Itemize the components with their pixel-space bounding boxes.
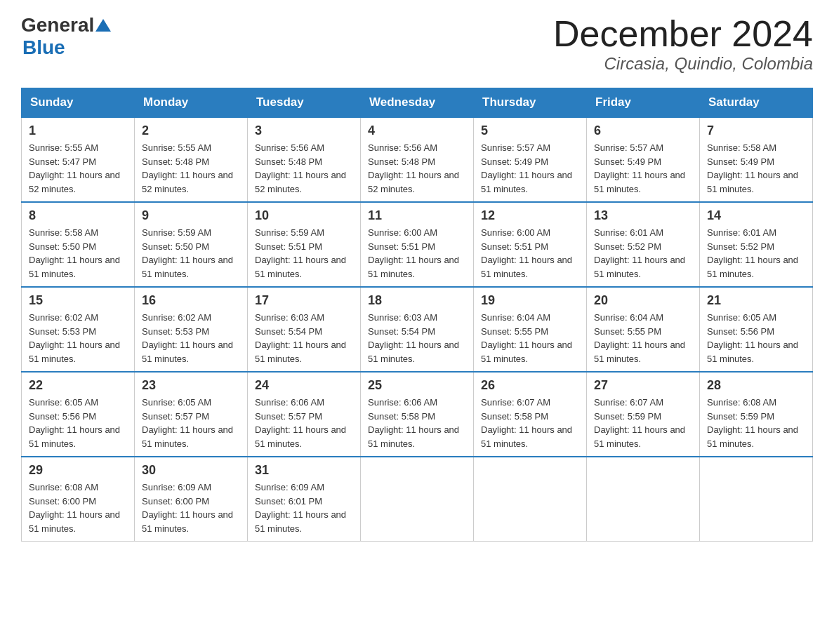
col-header-sunday: Sunday bbox=[22, 88, 135, 118]
daylight-label: Daylight: 11 hours and 52 minutes. bbox=[142, 170, 233, 194]
sunrise-label: Sunrise: 6:01 AM bbox=[594, 227, 663, 238]
sunrise-label: Sunrise: 5:57 AM bbox=[481, 142, 550, 153]
daylight-label: Daylight: 11 hours and 51 minutes. bbox=[481, 424, 572, 449]
col-header-wednesday: Wednesday bbox=[361, 88, 474, 118]
day-number: 24 bbox=[255, 378, 353, 393]
calendar-cell: 3 Sunrise: 5:56 AM Sunset: 5:48 PM Dayli… bbox=[248, 117, 361, 202]
day-number: 14 bbox=[707, 208, 805, 223]
daylight-label: Daylight: 11 hours and 51 minutes. bbox=[255, 509, 346, 534]
sunrise-label: Sunrise: 6:02 AM bbox=[29, 312, 98, 323]
sunrise-label: Sunrise: 6:08 AM bbox=[29, 482, 98, 492]
sunrise-label: Sunrise: 6:07 AM bbox=[594, 397, 663, 408]
daylight-label: Daylight: 11 hours and 51 minutes. bbox=[594, 424, 685, 449]
sunset-label: Sunset: 5:49 PM bbox=[707, 156, 774, 167]
svg-marker-0 bbox=[95, 19, 111, 32]
sunset-label: Sunset: 5:51 PM bbox=[368, 241, 435, 252]
sunrise-label: Sunrise: 6:05 AM bbox=[142, 397, 211, 408]
calendar-table: Sunday Monday Tuesday Wednesday Thursday… bbox=[21, 88, 813, 542]
day-number: 4 bbox=[368, 123, 466, 138]
sunset-label: Sunset: 5:53 PM bbox=[142, 326, 209, 337]
calendar-week-3: 15 Sunrise: 6:02 AM Sunset: 5:53 PM Dayl… bbox=[22, 287, 813, 372]
daylight-label: Daylight: 11 hours and 51 minutes. bbox=[255, 255, 346, 279]
daylight-label: Daylight: 11 hours and 51 minutes. bbox=[29, 509, 120, 534]
daylight-label: Daylight: 11 hours and 52 minutes. bbox=[29, 170, 120, 194]
sunrise-label: Sunrise: 6:00 AM bbox=[481, 227, 550, 238]
day-number: 5 bbox=[481, 123, 579, 138]
sunset-label: Sunset: 5:47 PM bbox=[29, 156, 96, 167]
daylight-label: Daylight: 11 hours and 51 minutes. bbox=[142, 255, 233, 279]
sunset-label: Sunset: 5:50 PM bbox=[29, 241, 96, 252]
day-info: Sunrise: 6:06 AM Sunset: 5:58 PM Dayligh… bbox=[368, 396, 466, 450]
day-info: Sunrise: 5:57 AM Sunset: 5:49 PM Dayligh… bbox=[594, 141, 692, 196]
sunset-label: Sunset: 5:50 PM bbox=[142, 241, 209, 252]
calendar-cell: 23 Sunrise: 6:05 AM Sunset: 5:57 PM Dayl… bbox=[135, 372, 248, 457]
day-info: Sunrise: 6:05 AM Sunset: 5:57 PM Dayligh… bbox=[142, 396, 240, 450]
day-info: Sunrise: 5:58 AM Sunset: 5:50 PM Dayligh… bbox=[29, 226, 127, 281]
daylight-label: Daylight: 11 hours and 51 minutes. bbox=[368, 424, 459, 449]
daylight-label: Daylight: 11 hours and 51 minutes. bbox=[29, 340, 120, 364]
calendar-cell: 7 Sunrise: 5:58 AM Sunset: 5:49 PM Dayli… bbox=[700, 117, 813, 202]
sunrise-label: Sunrise: 6:06 AM bbox=[255, 397, 324, 408]
calendar-cell bbox=[474, 457, 587, 542]
calendar-cell: 8 Sunrise: 5:58 AM Sunset: 5:50 PM Dayli… bbox=[22, 202, 135, 287]
day-info: Sunrise: 6:01 AM Sunset: 5:52 PM Dayligh… bbox=[707, 226, 805, 281]
sunrise-label: Sunrise: 5:55 AM bbox=[142, 142, 211, 153]
daylight-label: Daylight: 11 hours and 51 minutes. bbox=[142, 424, 233, 449]
sunrise-label: Sunrise: 5:56 AM bbox=[368, 142, 437, 153]
day-info: Sunrise: 6:03 AM Sunset: 5:54 PM Dayligh… bbox=[368, 311, 466, 365]
day-info: Sunrise: 6:09 AM Sunset: 6:00 PM Dayligh… bbox=[142, 481, 240, 535]
day-number: 2 bbox=[142, 123, 240, 138]
sunrise-label: Sunrise: 6:03 AM bbox=[255, 312, 324, 323]
daylight-label: Daylight: 11 hours and 51 minutes. bbox=[707, 424, 798, 449]
calendar-cell bbox=[361, 457, 474, 542]
day-number: 8 bbox=[29, 208, 127, 223]
day-number: 12 bbox=[481, 208, 579, 223]
calendar-week-5: 29 Sunrise: 6:08 AM Sunset: 6:00 PM Dayl… bbox=[22, 457, 813, 542]
sunset-label: Sunset: 5:56 PM bbox=[29, 411, 96, 422]
day-info: Sunrise: 6:06 AM Sunset: 5:57 PM Dayligh… bbox=[255, 396, 353, 450]
daylight-label: Daylight: 11 hours and 51 minutes. bbox=[29, 424, 120, 449]
sunrise-label: Sunrise: 6:04 AM bbox=[481, 312, 550, 323]
day-info: Sunrise: 6:05 AM Sunset: 5:56 PM Dayligh… bbox=[29, 396, 127, 450]
daylight-label: Daylight: 11 hours and 51 minutes. bbox=[481, 255, 572, 279]
day-number: 17 bbox=[255, 293, 353, 308]
sunset-label: Sunset: 5:49 PM bbox=[481, 156, 548, 167]
day-info: Sunrise: 6:03 AM Sunset: 5:54 PM Dayligh… bbox=[255, 311, 353, 365]
day-number: 3 bbox=[255, 123, 353, 138]
day-number: 16 bbox=[142, 293, 240, 308]
sunset-label: Sunset: 5:58 PM bbox=[481, 411, 548, 422]
sunset-label: Sunset: 5:51 PM bbox=[255, 241, 322, 252]
sunrise-label: Sunrise: 6:09 AM bbox=[142, 482, 211, 492]
calendar-cell: 29 Sunrise: 6:08 AM Sunset: 6:00 PM Dayl… bbox=[22, 457, 135, 542]
sunset-label: Sunset: 5:48 PM bbox=[368, 156, 435, 167]
daylight-label: Daylight: 11 hours and 51 minutes. bbox=[255, 340, 346, 364]
calendar-cell: 31 Sunrise: 6:09 AM Sunset: 6:01 PM Dayl… bbox=[248, 457, 361, 542]
day-info: Sunrise: 5:59 AM Sunset: 5:51 PM Dayligh… bbox=[255, 226, 353, 281]
daylight-label: Daylight: 11 hours and 51 minutes. bbox=[707, 255, 798, 279]
location-subtitle: Circasia, Quindio, Colombia bbox=[553, 54, 813, 74]
title-section: December 2024 Circasia, Quindio, Colombi… bbox=[553, 14, 813, 74]
sunrise-label: Sunrise: 6:00 AM bbox=[368, 227, 437, 238]
calendar-cell: 20 Sunrise: 6:04 AM Sunset: 5:55 PM Dayl… bbox=[587, 287, 700, 372]
sunset-label: Sunset: 6:00 PM bbox=[142, 496, 209, 507]
sunrise-label: Sunrise: 6:09 AM bbox=[255, 482, 324, 492]
daylight-label: Daylight: 11 hours and 51 minutes. bbox=[481, 170, 572, 194]
sunset-label: Sunset: 5:57 PM bbox=[255, 411, 322, 422]
logo-triangle-icon bbox=[95, 19, 111, 34]
day-info: Sunrise: 5:56 AM Sunset: 5:48 PM Dayligh… bbox=[368, 141, 466, 196]
day-number: 7 bbox=[707, 123, 805, 138]
sunrise-label: Sunrise: 5:56 AM bbox=[255, 142, 324, 153]
calendar-cell: 19 Sunrise: 6:04 AM Sunset: 5:55 PM Dayl… bbox=[474, 287, 587, 372]
day-number: 28 bbox=[707, 378, 805, 393]
day-info: Sunrise: 6:00 AM Sunset: 5:51 PM Dayligh… bbox=[368, 226, 466, 281]
col-header-monday: Monday bbox=[135, 88, 248, 118]
day-number: 10 bbox=[255, 208, 353, 223]
calendar-cell: 15 Sunrise: 6:02 AM Sunset: 5:53 PM Dayl… bbox=[22, 287, 135, 372]
sunset-label: Sunset: 5:59 PM bbox=[594, 411, 661, 422]
sunrise-label: Sunrise: 5:58 AM bbox=[707, 142, 776, 153]
calendar-cell: 18 Sunrise: 6:03 AM Sunset: 5:54 PM Dayl… bbox=[361, 287, 474, 372]
day-info: Sunrise: 6:00 AM Sunset: 5:51 PM Dayligh… bbox=[481, 226, 579, 281]
daylight-label: Daylight: 11 hours and 51 minutes. bbox=[368, 255, 459, 279]
calendar-cell bbox=[587, 457, 700, 542]
day-number: 22 bbox=[29, 378, 127, 393]
